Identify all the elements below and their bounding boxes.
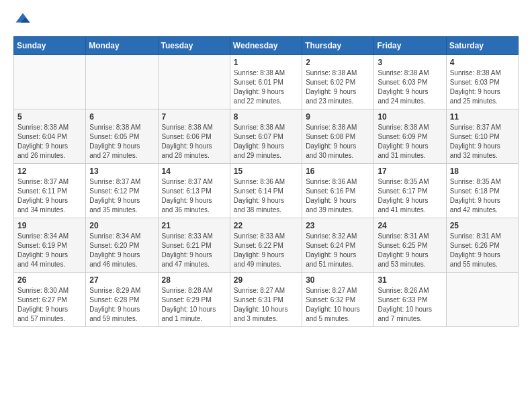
day-number: 13 — [89, 167, 154, 176]
calendar-cell: 3Sunrise: 8:38 AM Sunset: 6:03 PM Daylig… — [374, 55, 446, 109]
logo-icon — [13, 11, 32, 30]
calendar-cell: 19Sunrise: 8:34 AM Sunset: 6:19 PM Dayli… — [14, 218, 86, 273]
calendar-cell: 22Sunrise: 8:33 AM Sunset: 6:22 PM Dayli… — [230, 218, 302, 273]
day-info: Sunrise: 8:31 AM Sunset: 6:26 PM Dayligh… — [450, 232, 515, 269]
day-number: 8 — [234, 112, 298, 122]
calendar-cell: 13Sunrise: 8:37 AM Sunset: 6:12 PM Dayli… — [86, 164, 158, 218]
day-number: 17 — [378, 167, 442, 176]
day-info: Sunrise: 8:34 AM Sunset: 6:19 PM Dayligh… — [17, 232, 82, 269]
day-number: 15 — [234, 167, 298, 176]
week-row-3: 12Sunrise: 8:37 AM Sunset: 6:11 PM Dayli… — [14, 164, 519, 218]
calendar-cell: 26Sunrise: 8:30 AM Sunset: 6:27 PM Dayli… — [14, 273, 86, 327]
weekday-saturday: Saturday — [446, 37, 518, 55]
day-info: Sunrise: 8:36 AM Sunset: 6:14 PM Dayligh… — [234, 177, 298, 215]
calendar-cell: 25Sunrise: 8:31 AM Sunset: 6:26 PM Dayli… — [446, 218, 518, 273]
calendar-cell: 18Sunrise: 8:35 AM Sunset: 6:18 PM Dayli… — [446, 164, 518, 218]
day-number: 29 — [234, 275, 298, 285]
page: SundayMondayTuesdayWednesdayThursdayFrid… — [0, 0, 532, 338]
day-info: Sunrise: 8:38 AM Sunset: 6:02 PM Dayligh… — [306, 68, 370, 106]
day-number: 9 — [306, 112, 370, 122]
day-number: 21 — [162, 221, 226, 230]
day-info: Sunrise: 8:38 AM Sunset: 6:03 PM Dayligh… — [450, 68, 515, 106]
day-number: 11 — [450, 112, 515, 122]
day-info: Sunrise: 8:38 AM Sunset: 6:03 PM Dayligh… — [378, 68, 442, 106]
calendar-cell: 21Sunrise: 8:33 AM Sunset: 6:21 PM Dayli… — [158, 218, 230, 273]
weekday-friday: Friday — [374, 37, 446, 55]
calendar-cell: 15Sunrise: 8:36 AM Sunset: 6:14 PM Dayli… — [230, 164, 302, 218]
calendar-cell: 10Sunrise: 8:38 AM Sunset: 6:09 PM Dayli… — [374, 109, 446, 164]
day-number: 5 — [17, 112, 82, 122]
day-number: 23 — [306, 221, 370, 230]
calendar-cell: 4Sunrise: 8:38 AM Sunset: 6:03 PM Daylig… — [446, 55, 518, 109]
weekday-sunday: Sunday — [14, 37, 86, 55]
day-info: Sunrise: 8:38 AM Sunset: 6:05 PM Dayligh… — [89, 123, 154, 161]
logo — [13, 11, 35, 30]
day-info: Sunrise: 8:32 AM Sunset: 6:24 PM Dayligh… — [306, 232, 370, 269]
day-number: 1 — [234, 58, 298, 67]
calendar-table: SundayMondayTuesdayWednesdayThursdayFrid… — [13, 36, 519, 327]
calendar-cell: 11Sunrise: 8:37 AM Sunset: 6:10 PM Dayli… — [446, 109, 518, 164]
calendar-cell: 1Sunrise: 8:38 AM Sunset: 6:01 PM Daylig… — [230, 55, 302, 109]
calendar-cell: 30Sunrise: 8:27 AM Sunset: 6:32 PM Dayli… — [302, 273, 374, 327]
weekday-header-row: SundayMondayTuesdayWednesdayThursdayFrid… — [14, 37, 519, 55]
day-number: 4 — [450, 58, 515, 67]
calendar-cell: 6Sunrise: 8:38 AM Sunset: 6:05 PM Daylig… — [86, 109, 158, 164]
day-info: Sunrise: 8:37 AM Sunset: 6:11 PM Dayligh… — [17, 177, 82, 215]
calendar-cell: 7Sunrise: 8:38 AM Sunset: 6:06 PM Daylig… — [158, 109, 230, 164]
day-info: Sunrise: 8:35 AM Sunset: 6:18 PM Dayligh… — [450, 177, 515, 215]
weekday-wednesday: Wednesday — [230, 37, 302, 55]
day-number: 26 — [17, 275, 82, 285]
day-number: 19 — [17, 221, 82, 230]
day-info: Sunrise: 8:28 AM Sunset: 6:29 PM Dayligh… — [162, 286, 226, 324]
calendar-cell: 2Sunrise: 8:38 AM Sunset: 6:02 PM Daylig… — [302, 55, 374, 109]
weekday-thursday: Thursday — [302, 37, 374, 55]
calendar-cell: 23Sunrise: 8:32 AM Sunset: 6:24 PM Dayli… — [302, 218, 374, 273]
weekday-tuesday: Tuesday — [158, 37, 230, 55]
day-number: 28 — [162, 275, 226, 285]
calendar-cell: 20Sunrise: 8:34 AM Sunset: 6:20 PM Dayli… — [86, 218, 158, 273]
day-info: Sunrise: 8:33 AM Sunset: 6:22 PM Dayligh… — [234, 232, 298, 269]
day-number: 16 — [306, 167, 370, 176]
day-info: Sunrise: 8:35 AM Sunset: 6:17 PM Dayligh… — [378, 177, 442, 215]
day-number: 2 — [306, 58, 370, 67]
day-number: 6 — [89, 112, 154, 122]
day-number: 14 — [162, 167, 226, 176]
calendar-cell — [14, 55, 86, 109]
weekday-monday: Monday — [86, 37, 158, 55]
week-row-5: 26Sunrise: 8:30 AM Sunset: 6:27 PM Dayli… — [14, 273, 519, 327]
calendar-cell: 12Sunrise: 8:37 AM Sunset: 6:11 PM Dayli… — [14, 164, 86, 218]
day-info: Sunrise: 8:37 AM Sunset: 6:13 PM Dayligh… — [162, 177, 226, 215]
calendar-cell: 5Sunrise: 8:38 AM Sunset: 6:04 PM Daylig… — [14, 109, 86, 164]
day-info: Sunrise: 8:38 AM Sunset: 6:04 PM Dayligh… — [17, 123, 82, 161]
day-number: 10 — [378, 112, 442, 122]
day-info: Sunrise: 8:30 AM Sunset: 6:27 PM Dayligh… — [17, 286, 82, 324]
calendar-cell: 28Sunrise: 8:28 AM Sunset: 6:29 PM Dayli… — [158, 273, 230, 327]
day-info: Sunrise: 8:38 AM Sunset: 6:09 PM Dayligh… — [378, 123, 442, 161]
day-number: 20 — [89, 221, 154, 230]
calendar-cell — [446, 273, 518, 327]
calendar-cell: 9Sunrise: 8:38 AM Sunset: 6:08 PM Daylig… — [302, 109, 374, 164]
day-info: Sunrise: 8:37 AM Sunset: 6:10 PM Dayligh… — [450, 123, 515, 161]
day-number: 3 — [378, 58, 442, 67]
day-number: 24 — [378, 221, 442, 230]
day-info: Sunrise: 8:33 AM Sunset: 6:21 PM Dayligh… — [162, 232, 226, 269]
day-info: Sunrise: 8:38 AM Sunset: 6:06 PM Dayligh… — [162, 123, 226, 161]
day-info: Sunrise: 8:31 AM Sunset: 6:25 PM Dayligh… — [378, 232, 442, 269]
week-row-2: 5Sunrise: 8:38 AM Sunset: 6:04 PM Daylig… — [14, 109, 519, 164]
calendar-cell: 14Sunrise: 8:37 AM Sunset: 6:13 PM Dayli… — [158, 164, 230, 218]
calendar-cell: 31Sunrise: 8:26 AM Sunset: 6:33 PM Dayli… — [374, 273, 446, 327]
week-row-4: 19Sunrise: 8:34 AM Sunset: 6:19 PM Dayli… — [14, 218, 519, 273]
day-info: Sunrise: 8:38 AM Sunset: 6:07 PM Dayligh… — [234, 123, 298, 161]
day-info: Sunrise: 8:36 AM Sunset: 6:16 PM Dayligh… — [306, 177, 370, 215]
day-number: 12 — [17, 167, 82, 176]
calendar-cell: 29Sunrise: 8:27 AM Sunset: 6:31 PM Dayli… — [230, 273, 302, 327]
day-number: 25 — [450, 221, 515, 230]
day-info: Sunrise: 8:26 AM Sunset: 6:33 PM Dayligh… — [378, 286, 442, 324]
day-number: 27 — [89, 275, 154, 285]
day-info: Sunrise: 8:29 AM Sunset: 6:28 PM Dayligh… — [89, 286, 154, 324]
day-number: 22 — [234, 221, 298, 230]
calendar-cell: 24Sunrise: 8:31 AM Sunset: 6:25 PM Dayli… — [374, 218, 446, 273]
day-info: Sunrise: 8:37 AM Sunset: 6:12 PM Dayligh… — [89, 177, 154, 215]
day-info: Sunrise: 8:38 AM Sunset: 6:01 PM Dayligh… — [234, 68, 298, 106]
calendar-cell: 16Sunrise: 8:36 AM Sunset: 6:16 PM Dayli… — [302, 164, 374, 218]
